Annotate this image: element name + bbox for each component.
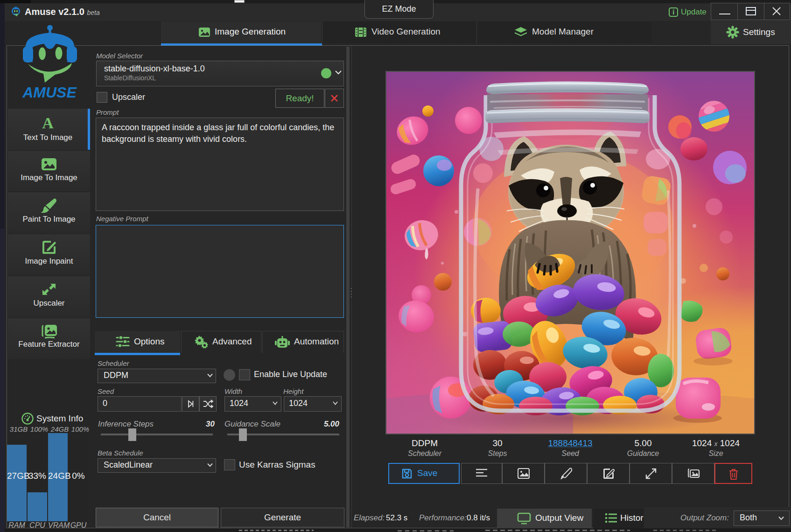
svg-text:AMUSE: AMUSE: [22, 84, 77, 99]
